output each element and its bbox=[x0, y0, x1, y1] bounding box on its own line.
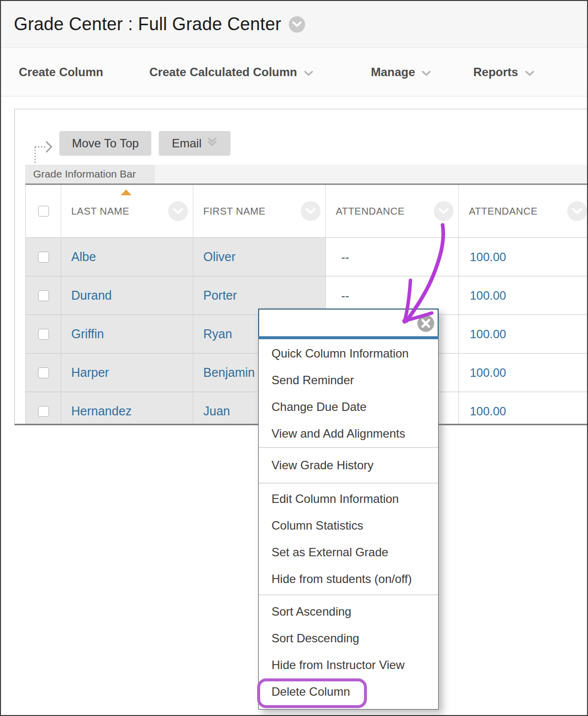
menu-item-hide-from-instructor-view[interactable]: Hide from Instructor View bbox=[259, 652, 438, 678]
context-menu-section: View Grade History bbox=[259, 448, 438, 483]
first-name-menu-chevron-icon[interactable] bbox=[301, 201, 320, 221]
menu-item-sort-ascending[interactable]: Sort Ascending bbox=[259, 598, 438, 625]
row-checkbox[interactable] bbox=[38, 290, 49, 301]
reports-menu[interactable]: Reports bbox=[473, 48, 534, 96]
menu-item-edit-column-information[interactable]: Edit Column Information bbox=[259, 486, 438, 512]
first-name-link[interactable]: Benjamin bbox=[193, 365, 255, 380]
last-name-link[interactable]: Harper bbox=[61, 365, 109, 380]
attendance-cell[interactable]: 100.00 bbox=[459, 327, 506, 341]
action-bar: Create Column Create Calculated Column M… bbox=[1, 48, 587, 96]
last-name-link[interactable]: Griffin bbox=[61, 327, 104, 341]
chevron-down-icon bbox=[304, 65, 313, 79]
menu-item-change-due-date[interactable]: Change Due Date bbox=[259, 394, 438, 420]
move-to-top-label: Move To Top bbox=[72, 136, 138, 150]
title-chevron-down-icon[interactable] bbox=[289, 16, 305, 33]
create-column-button[interactable]: Create Column bbox=[19, 48, 103, 96]
menu-item-delete-column[interactable]: Delete Column bbox=[259, 678, 438, 705]
column-header-first-name: FIRST NAME bbox=[193, 185, 326, 237]
attendance-cell[interactable]: -- bbox=[326, 250, 349, 264]
last-name-header-label[interactable]: LAST NAME bbox=[61, 206, 130, 217]
first-name-header-label[interactable]: FIRST NAME bbox=[193, 206, 266, 217]
page-title: Grade Center : Full Grade Center bbox=[14, 14, 281, 35]
table-header-row: LAST NAME FIRST NAME ATTENDANCE bbox=[26, 185, 588, 238]
chevron-down-icon bbox=[422, 65, 431, 79]
menu-item-set-as-external-grade[interactable]: Set as External Grade bbox=[259, 539, 438, 566]
menu-item-hide-from-students[interactable]: Hide from students (on/off) bbox=[259, 566, 438, 592]
attendance-cell[interactable]: -- bbox=[326, 289, 349, 303]
attendance-cell[interactable]: 100.00 bbox=[459, 366, 506, 380]
attendance-cell[interactable]: 100.00 bbox=[459, 289, 506, 303]
header-checkbox-cell bbox=[26, 185, 61, 237]
manage-label: Manage bbox=[371, 65, 415, 79]
table-row: Albe Oliver -- 100.00 bbox=[26, 238, 588, 276]
last-name-link[interactable]: Durand bbox=[61, 288, 112, 303]
column-header-last-name: LAST NAME bbox=[61, 185, 193, 237]
last-name-menu-chevron-icon[interactable] bbox=[168, 201, 188, 221]
first-name-link[interactable]: Ryan bbox=[193, 327, 232, 341]
context-menu-section: Sort Ascending Sort Descending Hide from… bbox=[259, 595, 438, 709]
context-menu-body: Quick Column Information Send Reminder C… bbox=[258, 339, 439, 710]
grade-center-page: Grade Center : Full Grade Center Create … bbox=[0, 0, 588, 716]
context-menu-section: Edit Column Information Column Statistic… bbox=[259, 484, 438, 594]
menu-item-view-and-add-alignments[interactable]: View and Add Alignments bbox=[259, 420, 438, 447]
grade-information-bar-label: Grade Information Bar bbox=[33, 168, 136, 180]
select-all-checkbox[interactable] bbox=[38, 206, 49, 217]
grade-information-bar-strip: Grade Information Bar bbox=[25, 165, 588, 183]
first-name-link[interactable]: Juan bbox=[193, 404, 230, 418]
menu-item-view-grade-history[interactable]: View Grade History bbox=[259, 448, 373, 483]
first-name-link[interactable]: Porter bbox=[193, 288, 237, 303]
context-menu-section: Quick Column Information Send Reminder C… bbox=[259, 339, 438, 447]
menu-item-column-statistics[interactable]: Column Statistics bbox=[259, 512, 438, 539]
email-label: Email bbox=[172, 136, 201, 150]
last-name-link[interactable]: Albe bbox=[61, 250, 96, 264]
email-button[interactable]: Email bbox=[159, 131, 230, 156]
first-name-link[interactable]: Oliver bbox=[193, 250, 235, 264]
menu-item-sort-descending[interactable]: Sort Descending bbox=[259, 625, 438, 652]
menu-item-send-reminder[interactable]: Send Reminder bbox=[259, 367, 438, 394]
grade-information-bar: Grade Information Bar bbox=[25, 165, 155, 183]
attendance-1-header-label[interactable]: ATTENDANCE bbox=[326, 206, 405, 217]
column-header-attendance-2: ATTENDANCE bbox=[459, 185, 588, 237]
row-checkbox[interactable] bbox=[38, 252, 49, 263]
context-menu-header bbox=[258, 309, 439, 336]
menu-item-quick-column-information[interactable]: Quick Column Information bbox=[259, 340, 438, 367]
move-to-top-button[interactable]: Move To Top bbox=[59, 131, 151, 156]
attendance-cell[interactable]: 100.00 bbox=[459, 250, 506, 264]
double-chevron-down-icon bbox=[207, 136, 218, 150]
sort-ascending-icon bbox=[121, 189, 132, 195]
attendance-1-menu-chevron-icon[interactable] bbox=[434, 201, 453, 221]
row-checkbox[interactable] bbox=[38, 406, 49, 417]
manage-menu[interactable]: Manage bbox=[371, 48, 431, 96]
attendance-cell[interactable]: 100.00 bbox=[459, 404, 506, 418]
column-context-menu: Quick Column Information Send Reminder C… bbox=[258, 309, 439, 710]
title-bar: Grade Center : Full Grade Center bbox=[1, 1, 587, 48]
attendance-2-menu-chevron-icon[interactable] bbox=[567, 201, 587, 221]
last-name-link[interactable]: Hernandez bbox=[61, 404, 132, 418]
attendance-2-header-label[interactable]: ATTENDANCE bbox=[459, 206, 538, 217]
row-checkbox[interactable] bbox=[38, 329, 49, 340]
create-calculated-column-menu[interactable]: Create Calculated Column bbox=[149, 48, 313, 96]
close-icon[interactable] bbox=[417, 314, 435, 332]
row-checkbox[interactable] bbox=[38, 367, 49, 378]
reports-label: Reports bbox=[473, 65, 518, 79]
chevron-down-icon bbox=[525, 65, 534, 79]
create-calculated-column-label: Create Calculated Column bbox=[149, 65, 297, 79]
column-header-attendance-1: ATTENDANCE bbox=[326, 185, 459, 237]
create-column-label: Create Column bbox=[19, 65, 103, 79]
